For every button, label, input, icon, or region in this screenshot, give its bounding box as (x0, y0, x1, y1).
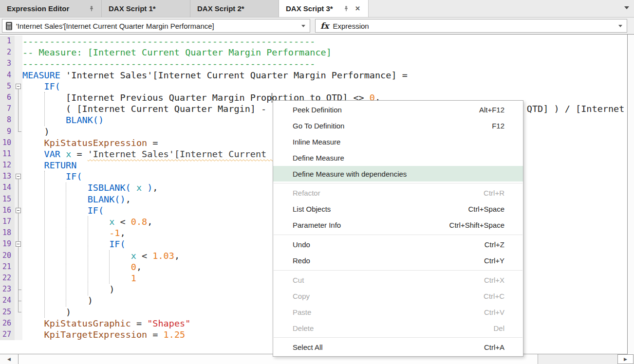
line-number: 7 (0, 103, 15, 114)
line-number: 27 (0, 329, 15, 340)
menu-item-shortcut: Ctrl+R (484, 189, 504, 197)
code-text: IF( (22, 205, 104, 216)
menu-item-label: Delete (293, 324, 314, 332)
object-selector-dropdown[interactable]: 'Internet Sales'[Internet Current Quarte… (2, 19, 310, 33)
menu-separator (273, 269, 523, 272)
expression-toolbar: 'Internet Sales'[Internet Current Quarte… (0, 18, 634, 35)
menu-item-list-objects[interactable]: List ObjectsCtrl+Space (273, 201, 523, 217)
tab-dax-script-2[interactable]: DAX Script 2* (190, 0, 279, 17)
menu-item-redo[interactable]: RedoCtrl+Y (273, 253, 523, 269)
vertical-scrollbar[interactable] (627, 35, 634, 354)
menu-item-undo[interactable]: UndoCtrl+Z (273, 237, 523, 253)
fold-margin (15, 92, 22, 103)
menu-item-delete[interactable]: DeleteDel (273, 320, 523, 336)
chevron-down-icon[interactable] (618, 25, 622, 27)
line-number: 8 (0, 114, 15, 126)
fold-margin (15, 273, 22, 284)
fold-margin (15, 216, 22, 227)
object-selector-value: 'Internet Sales'[Internet Current Quarte… (16, 22, 214, 30)
line-number: 22 (0, 273, 15, 284)
fold-margin (15, 47, 22, 58)
fold-margin (15, 205, 22, 216)
line-number: 15 (0, 194, 15, 205)
code-text: BLANK() (22, 114, 104, 126)
menu-item-label: Parameter Info (293, 221, 341, 229)
fold-margin (15, 250, 22, 261)
line-number: 17 (0, 216, 15, 227)
menu-item-label: Paste (293, 308, 311, 316)
code-text: ) (22, 307, 71, 318)
menu-item-define-measure-with-dependencies[interactable]: Define Measure with dependencies (273, 166, 523, 182)
fold-margin (15, 295, 22, 306)
menu-item-shortcut: Ctrl+Shift+Space (449, 221, 504, 229)
fold-margin (15, 137, 22, 148)
line-number: 20 (0, 250, 15, 261)
menu-item-cut[interactable]: CutCtrl+X (273, 272, 523, 288)
measure-icon (6, 22, 12, 30)
menu-item-shortcut: Del (493, 324, 504, 332)
tab-dax-script-1[interactable]: DAX Script 1* (102, 0, 190, 17)
code-line[interactable]: 5 IF( (0, 81, 627, 92)
fold-margin (15, 148, 22, 160)
scroll-left-button[interactable]: ◀ (0, 354, 19, 364)
menu-item-shortcut: Ctrl+X (484, 276, 504, 284)
code-text: BLANK(), (22, 194, 131, 205)
line-number: 5 (0, 81, 15, 92)
menu-item-label: List Objects (293, 205, 331, 213)
code-line[interactable]: 2-- Measure: [Internet Current Quarter M… (0, 47, 627, 58)
menu-item-define-measure[interactable]: Define Measure (273, 150, 523, 166)
code-text: ) (22, 284, 114, 295)
tab-overflow-chevron-down-icon[interactable] (624, 6, 629, 9)
fold-margin (15, 160, 22, 171)
close-icon[interactable]: ✕ (354, 5, 361, 12)
scroll-right-button[interactable]: ▶ (617, 354, 634, 364)
menu-item-select-all[interactable]: Select AllCtrl+A (273, 339, 523, 355)
code-line[interactable]: 1---------------------------------------… (0, 36, 627, 47)
menu-item-label: Cut (293, 276, 304, 284)
line-number: 24 (0, 295, 15, 306)
menu-item-shortcut: Ctrl+Y (484, 256, 504, 265)
line-number: 1 (0, 36, 15, 47)
code-line[interactable]: 3---------------------------------------… (0, 58, 627, 69)
menu-item-copy[interactable]: CopyCtrl+C (273, 288, 523, 304)
menu-separator (273, 233, 523, 237)
pin-icon[interactable] (89, 6, 94, 12)
tab-expression-editor[interactable]: Expression Editor (0, 0, 102, 17)
tab-dax-script-3[interactable]: DAX Script 3*✕ (279, 0, 369, 17)
pin-icon[interactable] (343, 6, 349, 12)
menu-item-shortcut: Ctrl+C (484, 292, 504, 300)
menu-item-refactor[interactable]: RefactorCtrl+R (273, 185, 523, 201)
menu-item-label: Inline Measure (293, 138, 340, 146)
fold-margin (15, 182, 22, 193)
menu-item-shortcut: Alt+F12 (479, 106, 504, 114)
fold-margin (15, 81, 22, 92)
menu-item-shortcut: Ctrl+Space (468, 205, 504, 213)
code-text: MEASURE 'Internet Sales'[Internet Curren… (22, 70, 408, 81)
tab-label: DAX Script 3* (286, 4, 333, 13)
scroll-right-arrow-icon: ▶ (624, 357, 627, 362)
code-text: KpiStatusExpression = (22, 137, 158, 148)
line-number: 6 (0, 92, 15, 103)
code-text: x < 1.03, (22, 250, 180, 261)
tab-label: Expression Editor (7, 4, 69, 13)
fold-collapse-icon[interactable] (16, 174, 21, 179)
chevron-down-icon[interactable] (301, 25, 305, 27)
menu-item-go-to-definition[interactable]: Go To DefinitionF12 (273, 118, 523, 134)
fold-collapse-icon[interactable] (16, 241, 21, 247)
fold-collapse-icon[interactable] (16, 208, 21, 213)
menu-item-inline-measure[interactable]: Inline Measure (273, 134, 523, 150)
code-text: ) (22, 126, 50, 137)
context-menu: Peek DefinitionAlt+F12Go To DefinitionF1… (273, 100, 523, 357)
fold-collapse-icon[interactable] (16, 84, 21, 89)
line-number: 21 (0, 261, 15, 273)
expression-selector-dropdown[interactable]: fx Expression (315, 19, 627, 33)
menu-item-label: Undo (293, 240, 310, 249)
menu-item-peek-definition[interactable]: Peek DefinitionAlt+F12 (273, 102, 523, 118)
code-line[interactable]: 4MEASURE 'Internet Sales'[Internet Curre… (0, 70, 627, 81)
menu-item-paste[interactable]: PasteCtrl+V (273, 304, 523, 320)
fold-margin (15, 114, 22, 126)
menu-item-label: Redo (293, 256, 310, 265)
menu-item-parameter-info[interactable]: Parameter InfoCtrl+Shift+Space (273, 217, 523, 233)
code-text: 1 (22, 273, 136, 284)
menu-item-label: Select All (293, 343, 323, 351)
